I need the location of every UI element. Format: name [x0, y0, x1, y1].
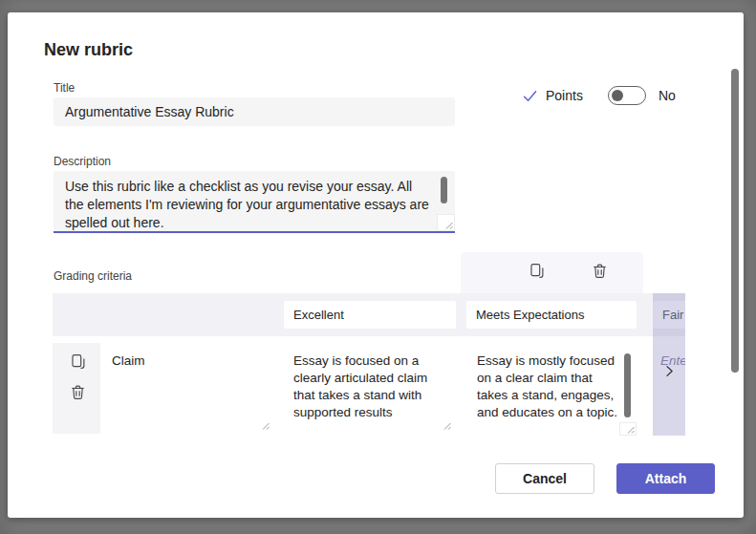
criterion-description-textarea-meets-expectations[interactable]: Essay is mostly focused on a clear claim… — [465, 346, 637, 434]
points-label: Points — [546, 88, 583, 103]
column-header-input-meets-expectations[interactable]: Meets Expectations — [466, 301, 637, 329]
points-toggle-group: Points No — [522, 85, 676, 106]
attach-button[interactable]: Attach — [616, 463, 715, 494]
dialog-scrollbar-thumb[interactable] — [731, 69, 739, 373]
points-toggle-state: No — [659, 88, 676, 103]
trash-icon — [70, 384, 86, 400]
cell-value: Essay is focused on a clearly articulate… — [293, 353, 427, 419]
column-header-input-excellent[interactable]: Excellent — [284, 301, 456, 329]
table-header-row: Excellent Meets Expectations Fair — [53, 293, 685, 336]
column-header-value: Fair — [662, 308, 683, 322]
table-row: Claim Essay is focused on a clearly arti… — [53, 343, 685, 434]
title-input[interactable]: Argumentative Essay Rubric — [54, 97, 455, 126]
cell-value: Essay is mostly focused on a clear claim… — [477, 353, 617, 419]
criterion-name-textarea[interactable]: Claim — [100, 346, 275, 434]
delete-row-button[interactable] — [67, 383, 88, 404]
column-header-value: Excellent — [293, 308, 344, 322]
title-input-value: Argumentative Essay Rubric — [65, 104, 234, 119]
resize-grip-icon[interactable] — [441, 419, 452, 431]
criterion-description-textarea-excellent[interactable]: Essay is focused on a clearly articulate… — [282, 346, 454, 434]
description-value: Use this rubric like a checklist as you … — [65, 179, 429, 230]
column-header-input-fair[interactable]: Fair — [653, 301, 685, 329]
grading-criteria-table: Excellent Meets Expectations Fair — [53, 293, 685, 436]
description-textarea[interactable]: Use this rubric like a checklist as you … — [54, 171, 455, 233]
cell-scrollbar[interactable] — [624, 353, 631, 417]
chevron-right-icon — [662, 364, 677, 378]
description-field-label: Description — [54, 155, 111, 168]
cancel-button[interactable]: Cancel — [495, 463, 594, 494]
criterion-value: Claim — [112, 353, 145, 368]
copy-icon — [70, 353, 86, 370]
expand-columns-button[interactable] — [660, 364, 678, 381]
checkmark-icon — [522, 88, 538, 104]
row-actions-cell — [53, 343, 100, 434]
trash-icon — [592, 263, 608, 279]
dialog-title: New rubric — [44, 40, 133, 60]
criterion-description-textarea-fair[interactable]: Enter — [653, 346, 685, 434]
copy-row-button[interactable] — [67, 352, 88, 374]
description-resize-handle[interactable] — [437, 214, 455, 231]
copy-icon — [529, 263, 545, 279]
delete-column-button[interactable] — [589, 262, 610, 283]
copy-column-button[interactable] — [526, 262, 547, 283]
resize-grip-icon — [443, 219, 454, 230]
new-rubric-dialog: New rubric Title Argumentative Essay Rub… — [8, 12, 744, 518]
title-field-label: Title — [54, 81, 75, 95]
resize-grip-icon[interactable] — [259, 419, 270, 431]
column-header-value: Meets Expectations — [476, 308, 584, 322]
description-scrollbar[interactable] — [441, 177, 447, 203]
column-toolbar — [461, 252, 643, 293]
grading-criteria-label: Grading criteria — [54, 269, 132, 283]
points-toggle[interactable] — [608, 86, 646, 105]
cell-resize-handle[interactable] — [619, 422, 637, 436]
toggle-knob — [612, 90, 623, 101]
resize-grip-icon — [624, 423, 636, 435]
